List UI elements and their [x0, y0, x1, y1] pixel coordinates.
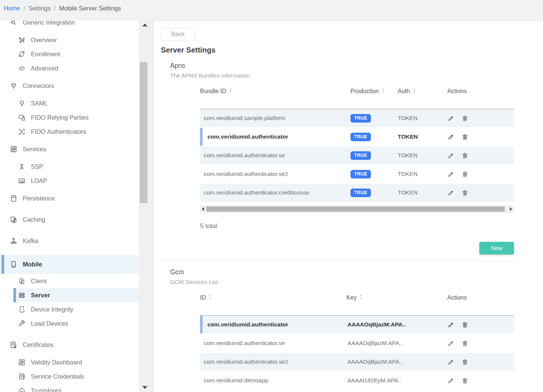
id-card-icon	[18, 177, 26, 185]
sidebar-item-device-integrity[interactable]: Device Integrity	[0, 302, 139, 316]
sidebar-item-client[interactable]: Client	[0, 274, 139, 288]
edit-pencil-icon[interactable]	[447, 152, 454, 159]
apns-table: Bundle IDProductionAuthActions com.verid…	[200, 88, 514, 255]
gcm-title: Gcm	[170, 268, 543, 276]
sort-icon[interactable]	[412, 88, 416, 95]
sidebar-item-label: Mobile	[23, 261, 42, 268]
production-badge: TRUE	[350, 170, 371, 178]
key-icon	[18, 99, 26, 107]
scroll-up-arrow-icon[interactable]	[142, 23, 147, 26]
sidebar-item-advanced[interactable]: Advanced	[0, 61, 139, 75]
sidebar-item-label: FIDO Relying Parties	[31, 114, 89, 121]
breadcrumb-home[interactable]: Home	[4, 5, 20, 12]
generic-integration-icon	[10, 20, 18, 26]
sidebar-item-service-credentials[interactable]: Service Credentials	[0, 369, 139, 383]
delete-trash-icon[interactable]	[461, 377, 469, 384]
sidebar-item-ldap[interactable]: LDAP	[0, 174, 139, 188]
sidebar-scrollbar[interactable]	[139, 20, 153, 392]
bundle-id-cell: com.veridiumid.authenticator	[200, 133, 350, 140]
delete-trash-icon[interactable]	[461, 340, 469, 347]
delete-trash-icon[interactable]	[461, 358, 469, 366]
sidebar-item-certificates[interactable]: Certificates	[0, 338, 139, 352]
column-header-label: Auth	[398, 88, 410, 95]
sidebar-item-server[interactable]: Server	[13, 288, 139, 302]
sidebar-item-kafka[interactable]: Kafka	[0, 234, 139, 248]
gcm-table-row[interactable]: com.veridiumid.authenticatorAAAAOqBjazM:…	[200, 316, 514, 334]
gcm-table-row[interactable]: com.veridiumid.authenticator.se2AAAAOqBj…	[200, 353, 514, 372]
production-cell: TRUE	[350, 189, 398, 197]
apns-table-row[interactable]: com.veridiumid.authenticator.creditsuiss…	[200, 184, 514, 202]
sort-icon[interactable]	[381, 88, 385, 95]
edit-pencil-icon[interactable]	[447, 189, 454, 196]
column-header-id[interactable]: ID	[200, 294, 346, 301]
sidebar-item-ssp[interactable]: SSP	[0, 159, 139, 174]
code-icon	[18, 64, 26, 72]
apns-table-row[interactable]: com.veridiumid.authenticatorTRUETOKEN	[200, 128, 514, 146]
sidebar-item-mobile[interactable]: Mobile	[0, 255, 139, 274]
column-header-production[interactable]: Production	[350, 88, 398, 95]
breadcrumb: Home / Settings / Mobile Server Settings	[0, 0, 543, 17]
delete-trash-icon[interactable]	[461, 152, 469, 159]
sidebar-item-enrollment[interactable]: Enrollment	[0, 47, 139, 61]
main-panel: Back Server Settings Apns The APNS Bundl…	[153, 21, 543, 392]
bundle-id-cell: com.veridiumid.sample.platform	[200, 115, 350, 121]
breadcrumb-current: Mobile Server Settings	[59, 5, 121, 12]
server-racks-icon	[18, 291, 26, 299]
delete-trash-icon[interactable]	[461, 321, 469, 328]
delete-trash-icon[interactable]	[461, 171, 469, 178]
edit-pencil-icon[interactable]	[447, 133, 454, 140]
apns-table-row[interactable]: com.veridiumid.authenticator.se2TRUETOKE…	[200, 165, 514, 184]
sidebar-item-fido-relying-parties[interactable]: FIDO Relying Parties	[0, 110, 139, 124]
gcm-table-row[interactable]: com.veridiumid.authenticator.seAAAAOqBja…	[200, 334, 514, 353]
sidebar-item-services[interactable]: Services	[0, 142, 139, 156]
sidebar-item-persistence[interactable]: Persistence	[0, 191, 139, 205]
edit-pencil-icon[interactable]	[447, 171, 454, 178]
sidebar-scroll-thumb[interactable]	[140, 62, 147, 203]
column-header-label: Actions	[447, 294, 467, 301]
delete-trash-icon[interactable]	[461, 133, 469, 140]
apns-horizontal-scrollbar[interactable]	[200, 205, 514, 213]
grid-icon	[18, 358, 26, 366]
gcm-table-row[interactable]: com.veridiumid.demoappAAAAl182EyM:APA..	[200, 372, 514, 390]
column-header-key[interactable]: Key	[346, 294, 444, 301]
production-cell: TRUE	[350, 170, 398, 178]
sidebar-item-label: Caching	[23, 216, 45, 223]
sidebar-item-fido-authenticators[interactable]: FIDO Authenticators	[0, 124, 139, 139]
sidebar-item-validity-dashboard[interactable]: Validity Dashboard	[0, 355, 139, 369]
back-button[interactable]: Back	[161, 28, 195, 41]
scroll-down-arrow-icon[interactable]	[142, 386, 147, 389]
edit-pencil-icon[interactable]	[447, 358, 454, 366]
apns-table-row[interactable]: com.veridiumid.sample.platformTRUETOKEN	[200, 109, 514, 128]
sidebar-item-overview[interactable]: Overview	[0, 33, 139, 47]
horizontal-scroll-thumb[interactable]	[206, 206, 505, 212]
key-cell: AAAAOqBjazM:APA..	[346, 340, 444, 347]
id-cell: com.veridiumid.authenticator.se	[200, 340, 346, 347]
sort-icon[interactable]	[208, 294, 212, 301]
phone-check-icon	[18, 306, 26, 313]
screen-lock-icon	[18, 114, 26, 121]
sidebar-item-generic-integration[interactable]: Generic Integration	[0, 20, 139, 29]
column-header-label: Bundle ID	[200, 88, 226, 95]
sidebar-item-caching[interactable]: Caching	[0, 212, 139, 227]
production-badge: TRUE	[350, 151, 371, 160]
sidebar-item-truststores[interactable]: Truststores	[0, 383, 139, 392]
sort-icon[interactable]	[228, 88, 232, 95]
scroll-left-arrow-icon[interactable]	[202, 207, 204, 211]
edit-pencil-icon[interactable]	[447, 340, 454, 347]
section-divider	[160, 260, 524, 261]
sidebar-item-label: Server	[31, 292, 50, 299]
edit-pencil-icon[interactable]	[447, 377, 454, 384]
edit-pencil-icon[interactable]	[447, 321, 454, 328]
column-header-auth[interactable]: Auth	[398, 88, 444, 95]
delete-trash-icon[interactable]	[461, 189, 469, 196]
scroll-right-arrow-icon[interactable]	[510, 207, 512, 211]
apns-table-row[interactable]: com.veridiumid.authenticator.seTRUETOKEN	[200, 146, 514, 165]
sort-icon[interactable]	[359, 294, 363, 301]
column-header-bundle-id[interactable]: Bundle ID	[200, 88, 350, 95]
new-button[interactable]: New	[479, 242, 514, 255]
edit-pencil-icon[interactable]	[447, 115, 454, 122]
sidebar-item-connectors[interactable]: Connectors	[0, 79, 139, 93]
delete-trash-icon[interactable]	[461, 115, 469, 122]
sidebar-item-saml[interactable]: SAML	[0, 96, 139, 110]
sidebar-item-load-devices[interactable]: Load Devices	[0, 316, 139, 331]
